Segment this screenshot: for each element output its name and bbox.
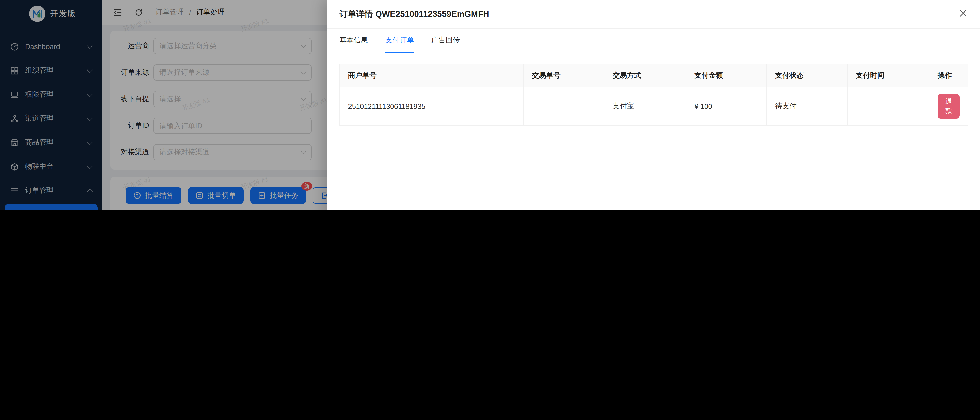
drawer-title-order-no: QWE251001123559EmGMFH <box>375 9 489 18</box>
col-time: 支付时间 <box>847 64 929 87</box>
col-amount: 支付金额 <box>686 64 767 87</box>
trade-no-cell <box>523 87 604 126</box>
method-cell: 支付宝 <box>604 87 686 126</box>
col-method: 交易方式 <box>604 64 686 87</box>
pay-order-table-wrap: 商户单号 交易单号 交易方式 支付金额 支付状态 支付时间 操作 2510121… <box>339 64 968 126</box>
pay-table-header-row: 商户单号 交易单号 交易方式 支付金额 支付状态 支付时间 操作 <box>339 64 968 87</box>
tab-ad-callback[interactable]: 广告回传 <box>431 29 460 52</box>
col-status: 支付状态 <box>767 64 847 87</box>
col-trade-no: 交易单号 <box>523 64 604 87</box>
drawer-tabs: 基本信息 支付订单 广告回传 <box>327 29 980 53</box>
pay-table-row: 25101211113061181935 支付宝 ¥ 100 待支付 退款 <box>339 87 968 126</box>
col-merchant-no: 商户单号 <box>339 64 523 87</box>
tab-pay-order[interactable]: 支付订单 <box>385 29 414 52</box>
merchant-no-cell: 25101211113061181935 <box>339 87 523 126</box>
close-icon[interactable] <box>959 9 968 18</box>
amount-cell: ¥ 100 <box>686 87 767 126</box>
status-cell: 待支付 <box>767 87 847 126</box>
drawer-title-prefix: 订单详情 <box>339 9 373 18</box>
action-cell: 退款 <box>929 87 968 126</box>
drawer-title: 订单详情 QWE251001123559EmGMFH <box>339 8 489 20</box>
time-cell <box>847 87 929 126</box>
pay-order-table: 商户单号 交易单号 交易方式 支付金额 支付状态 支付时间 操作 2510121… <box>339 64 968 126</box>
app-root: 开发版 Dashboard 组织管理 权限管理 渠道管理 <box>0 0 980 210</box>
refund-button[interactable]: 退款 <box>938 94 959 119</box>
col-action: 操作 <box>929 64 968 87</box>
drawer-header: 订单详情 QWE251001123559EmGMFH <box>327 0 980 29</box>
tab-basic-info[interactable]: 基本信息 <box>339 29 368 52</box>
order-detail-drawer: 订单详情 QWE251001123559EmGMFH 基本信息 支付订单 广告回… <box>327 0 980 210</box>
